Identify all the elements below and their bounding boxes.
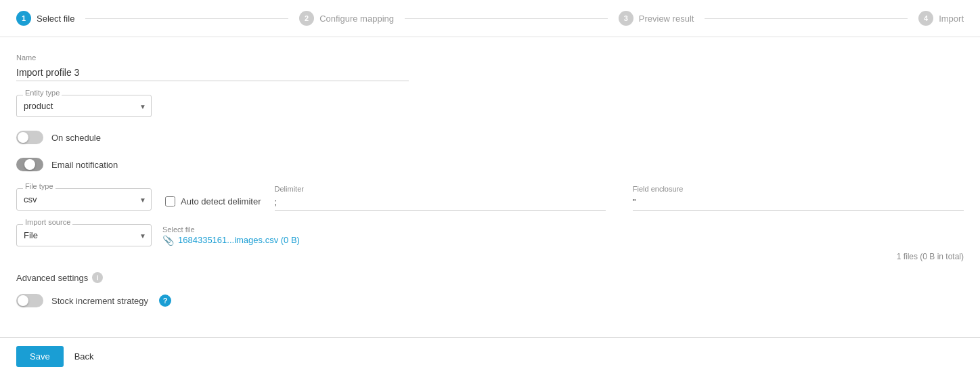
file-select-wrapper: Select file 📎 1684335161...images.csv (0…: [162, 225, 300, 246]
step-line-3: [705, 18, 908, 19]
import-source-label: Import source: [23, 218, 72, 226]
step-select-file[interactable]: 1 Select file: [16, 11, 74, 26]
back-button[interactable]: Back: [74, 351, 94, 362]
step-import[interactable]: 4 Import: [918, 11, 964, 26]
actions-bar: Save Back: [0, 337, 980, 375]
delimiter-label: Delimiter: [275, 185, 606, 193]
step-line-1: [85, 18, 288, 19]
auto-detect-checkbox[interactable]: [165, 196, 175, 206]
file-type-row: File type csv xml json ▼ Auto detect del…: [16, 185, 964, 211]
entity-type-select[interactable]: product category customer order: [16, 95, 152, 117]
email-notification-toggle[interactable]: [16, 158, 43, 171]
name-field: Name: [16, 53, 964, 81]
on-schedule-toggle[interactable]: [16, 131, 43, 144]
field-enclosure-field: Field enclosure: [633, 185, 964, 211]
select-file-label: Select file: [162, 225, 300, 234]
step-2-circle: 2: [299, 11, 314, 26]
file-select-button[interactable]: 📎 1684335161...images.csv (0 B): [162, 235, 300, 246]
email-notification-track[interactable]: [16, 158, 43, 171]
stock-increment-thumb: [18, 295, 28, 306]
stock-increment-help-icon[interactable]: ?: [159, 295, 171, 307]
advanced-settings-label: Advanced settings: [16, 273, 88, 283]
import-source-row: Import source File URL FTP ▼ Select file…: [16, 224, 964, 246]
import-source-select[interactable]: File URL FTP: [16, 224, 152, 246]
field-enclosure-input[interactable]: [633, 194, 964, 211]
main-content: Name Entity type product category custom…: [0, 37, 980, 337]
step-2-label: Configure mapping: [319, 14, 394, 24]
step-preview-result[interactable]: 3 Preview result: [619, 11, 694, 26]
on-schedule-thumb: [18, 132, 28, 143]
name-label: Name: [16, 53, 964, 62]
auto-detect-row: Auto detect delimiter: [165, 196, 261, 211]
delimiter-input[interactable]: [275, 194, 606, 211]
on-schedule-row: On schedule: [16, 131, 964, 144]
step-3-circle: 3: [619, 11, 633, 26]
stock-increment-toggle[interactable]: [16, 294, 43, 307]
clip-icon: 📎: [162, 235, 174, 246]
email-notification-label: Email notification: [51, 160, 118, 170]
name-input[interactable]: [16, 64, 409, 81]
on-schedule-label: On schedule: [51, 133, 101, 143]
stock-increment-row: Stock increment strategy ?: [16, 294, 964, 307]
step-configure-mapping[interactable]: 2 Configure mapping: [299, 11, 394, 26]
file-type-select[interactable]: csv xml json: [16, 188, 152, 211]
step-1-label: Select file: [37, 14, 74, 24]
step-4-label: Import: [939, 14, 964, 24]
step-1-circle: 1: [16, 11, 31, 26]
delimiter-row: Delimiter Field enclosure: [275, 185, 964, 211]
email-notification-thumb: [24, 159, 35, 170]
save-button[interactable]: Save: [16, 346, 64, 367]
file-type-wrapper: File type csv xml json ▼: [16, 188, 152, 211]
import-source-wrapper: Import source File URL FTP ▼: [16, 224, 152, 246]
entity-type-wrapper: Entity type product category customer or…: [16, 95, 152, 117]
email-notification-row: Email notification: [16, 158, 964, 171]
entity-type-field: Entity type product category customer or…: [16, 95, 964, 117]
advanced-settings-info-icon[interactable]: i: [92, 272, 103, 283]
selected-file-name: 1684335161...images.csv (0 B): [178, 235, 300, 245]
on-schedule-track[interactable]: [16, 131, 43, 144]
entity-type-label: Entity type: [23, 89, 62, 97]
field-enclosure-label: Field enclosure: [633, 185, 964, 193]
stepper: 1 Select file 2 Configure mapping 3 Prev…: [0, 0, 980, 37]
stock-increment-label: Stock increment strategy: [51, 296, 148, 306]
files-count: 1 files (0 B in total): [16, 252, 964, 261]
step-4-circle: 4: [918, 11, 933, 26]
auto-detect-label: Auto detect delimiter: [181, 196, 261, 206]
delimiter-field: Delimiter: [275, 185, 606, 211]
stock-increment-track[interactable]: [16, 294, 43, 307]
step-line-2: [405, 18, 608, 19]
file-type-label: File type: [23, 182, 55, 190]
step-3-label: Preview result: [639, 14, 694, 24]
advanced-settings-header[interactable]: Advanced settings i: [16, 272, 964, 283]
